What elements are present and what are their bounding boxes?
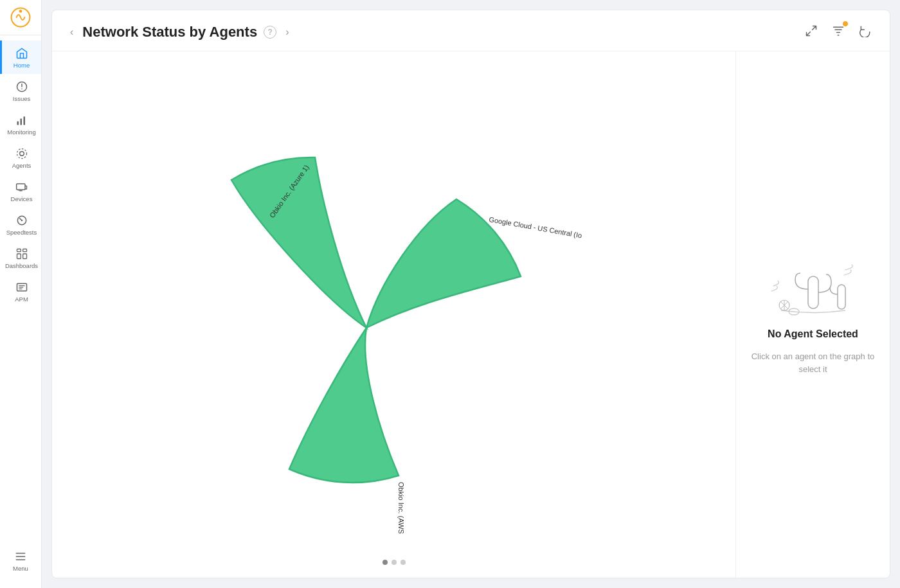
cactus-illustration — [768, 254, 858, 318]
dot-1[interactable] — [382, 560, 388, 565]
svg-rect-4 — [17, 121, 19, 125]
monitoring-icon — [15, 114, 28, 127]
sidebar-item-issues[interactable]: Issues — [0, 74, 41, 107]
chart-area[interactable]: Obkio Inc. (Azure 1) Google Cloud - US C… — [52, 51, 735, 578]
svg-rect-17 — [808, 276, 818, 308]
issues-icon — [15, 80, 28, 93]
filter-badge — [842, 21, 849, 27]
refresh-button[interactable] — [856, 22, 874, 42]
blade-aws[interactable] — [289, 328, 399, 483]
sidebar-item-dashboards[interactable]: Dashboards — [0, 241, 41, 274]
sidebar-item-dashboards-label: Dashboards — [5, 262, 38, 269]
network-chart-main[interactable]: Obkio Inc. (Azure 1) Google Cloud - US C… — [148, 96, 585, 533]
svg-point-1 — [19, 10, 22, 13]
sidebar-item-devices-label: Devices — [11, 195, 33, 202]
label-aws: Obkio Inc. (AWS 1 — [397, 482, 405, 533]
sidebar-item-agents-label: Agents — [12, 162, 32, 169]
sidebar-item-apm-label: APM — [15, 296, 28, 303]
home-icon — [15, 47, 28, 60]
filter-button[interactable] — [829, 22, 847, 42]
help-button[interactable]: ? — [264, 26, 276, 39]
panel-title-area: ‹ Network Status by Agents ? › — [68, 24, 291, 40]
menu-icon — [14, 550, 27, 563]
agents-icon — [15, 147, 28, 160]
sidebar-item-home[interactable]: Home — [0, 40, 41, 74]
sidebar-item-speedtests[interactable]: Speedtests — [0, 208, 41, 241]
svg-point-10 — [21, 220, 22, 222]
svg-rect-5 — [20, 119, 22, 125]
panel: ‹ Network Status by Agents ? › — [51, 10, 890, 578]
prev-button[interactable]: ‹ — [68, 25, 76, 39]
svg-rect-12 — [22, 249, 26, 252]
expand-icon — [805, 24, 818, 37]
pagination-dots — [382, 560, 406, 565]
panel-actions — [802, 22, 874, 42]
sidebar-item-apm[interactable]: APM — [0, 274, 41, 308]
sidebar-item-devices[interactable]: Devices — [0, 174, 41, 208]
svg-rect-13 — [17, 254, 21, 259]
svg-rect-9 — [16, 184, 24, 190]
dot-2[interactable] — [392, 560, 397, 565]
sidebar-bottom: Menu — [0, 544, 41, 588]
svg-rect-14 — [22, 254, 26, 259]
logo-icon — [10, 7, 31, 28]
sidebar-menu-button[interactable]: Menu — [0, 544, 41, 578]
panel-body: Obkio Inc. (Azure 1) Google Cloud - US C… — [52, 51, 890, 578]
agent-detail-panel: No Agent Selected Click on an agent on t… — [735, 51, 890, 578]
svg-rect-11 — [17, 249, 21, 252]
sidebar-item-monitoring[interactable]: Monitoring — [0, 107, 41, 141]
sidebar-item-monitoring-label: Monitoring — [7, 129, 35, 136]
panel-header: ‹ Network Status by Agents ? › — [52, 10, 890, 51]
next-button[interactable]: › — [283, 25, 291, 39]
svg-rect-6 — [23, 116, 25, 125]
no-agent-title: No Agent Selected — [768, 328, 858, 340]
svg-point-3 — [21, 89, 22, 90]
sidebar-item-home-label: Home — [14, 62, 30, 69]
label-google: Google Cloud - US Central (Io — [489, 215, 583, 239]
svg-point-7 — [19, 152, 24, 156]
sidebar-logo — [0, 0, 42, 35]
page-title: Network Status by Agents — [82, 24, 257, 40]
sidebar-item-agents[interactable]: Agents — [0, 141, 41, 174]
devices-icon — [15, 181, 28, 193]
refresh-icon — [859, 24, 872, 37]
sidebar: Home Issues Monitoring — [0, 0, 42, 588]
expand-button[interactable] — [802, 22, 820, 42]
speedtests-icon — [15, 214, 28, 227]
sidebar-menu-label: Menu — [13, 565, 28, 572]
panel-wrapper: ‹ Network Status by Agents ? › — [42, 0, 900, 588]
main-content: ‹ Network Status by Agents ? › — [42, 0, 900, 588]
sidebar-item-issues-label: Issues — [13, 95, 30, 102]
apm-icon — [15, 281, 28, 294]
svg-rect-18 — [838, 285, 845, 309]
dashboards-icon — [15, 247, 28, 260]
svg-point-8 — [17, 149, 26, 159]
sidebar-item-speedtests-label: Speedtests — [6, 229, 37, 236]
no-agent-subtitle: Click on an agent on the graph to select… — [749, 350, 877, 375]
dot-3[interactable] — [401, 560, 406, 565]
sidebar-navigation: Home Issues Monitoring — [0, 35, 41, 544]
